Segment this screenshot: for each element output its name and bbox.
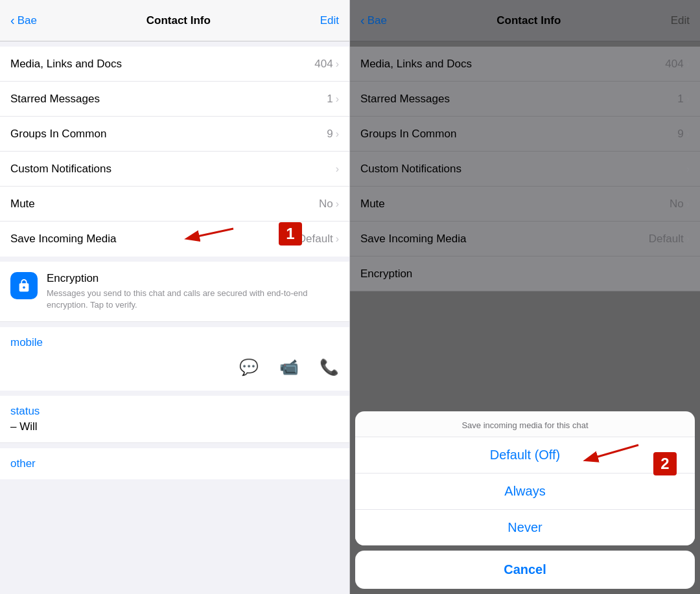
custom-notifications-chevron: ›: [336, 163, 339, 175]
groups-in-common-label: Groups In Common: [10, 128, 106, 141]
mute-value: No: [319, 198, 333, 211]
left-nav-bar: ‹ Bae Contact Info Edit: [0, 0, 349, 41]
mute-item[interactable]: Mute No ›: [0, 187, 349, 222]
media-links-docs-label: Media, Links and Docs: [10, 58, 122, 71]
encryption-text: Encryption Messages you send to this cha…: [47, 272, 339, 311]
left-edit-button[interactable]: Edit: [320, 14, 339, 27]
media-links-docs-item[interactable]: Media, Links and Docs 404 ›: [0, 47, 349, 82]
save-incoming-media-value: Default: [298, 233, 333, 246]
left-nav-title: Contact Info: [146, 14, 211, 27]
groups-in-common-item[interactable]: Groups In Common 9 ›: [0, 117, 349, 152]
left-status-section: status – Will: [0, 396, 349, 443]
lock-icon: [10, 272, 38, 299]
mute-chevron: ›: [336, 198, 339, 210]
save-incoming-media-label: Save Incoming Media: [10, 233, 116, 246]
status-label[interactable]: status: [10, 405, 339, 418]
groups-in-common-right: 9 ›: [327, 128, 339, 141]
groups-in-common-chevron: ›: [336, 128, 339, 140]
annotation-badge-2: 2: [653, 452, 677, 475]
contact-type-label[interactable]: mobile: [10, 336, 339, 349]
starred-messages-item[interactable]: Starred Messages 1 ›: [0, 82, 349, 117]
starred-messages-chevron: ›: [336, 93, 339, 105]
phone-icon[interactable]: 📞: [320, 358, 339, 376]
status-value: – Will: [10, 420, 339, 433]
encryption-section[interactable]: Encryption Messages you send to this cha…: [0, 262, 349, 322]
save-incoming-media-right: Default ›: [298, 233, 339, 246]
media-links-docs-chevron: ›: [336, 58, 339, 70]
action-sheet: Save incoming media for this chat Defaul…: [355, 411, 695, 545]
left-other-section: other: [0, 448, 349, 479]
media-links-docs-right: 404 ›: [314, 58, 339, 71]
action-sheet-default-option[interactable]: Default (Off): [355, 437, 695, 474]
left-back-label[interactable]: Bae: [18, 14, 37, 27]
mute-right: No ›: [319, 198, 339, 211]
action-sheet-always-option[interactable]: Always: [355, 474, 695, 510]
groups-in-common-value: 9: [327, 128, 332, 141]
mute-label: Mute: [10, 198, 35, 211]
action-sheet-never-option[interactable]: Never: [355, 510, 695, 545]
encryption-body: Messages you send to this chat and calls…: [47, 288, 339, 311]
starred-messages-label: Starred Messages: [10, 93, 100, 106]
message-icon[interactable]: 💬: [239, 358, 259, 376]
action-sheet-cancel-button[interactable]: Cancel: [355, 551, 695, 589]
annotation-badge-1: 1: [279, 222, 302, 246]
contact-actions: 💬 📹 📞: [10, 353, 339, 382]
left-contact-section: mobile 💬 📹 📞: [0, 327, 349, 391]
starred-messages-right: 1 ›: [327, 93, 339, 106]
starred-messages-value: 1: [327, 93, 332, 106]
left-chevron-icon: ‹: [10, 13, 15, 28]
save-incoming-media-chevron: ›: [336, 233, 339, 245]
video-icon[interactable]: 📹: [279, 358, 299, 376]
custom-notifications-label: Custom Notifications: [10, 163, 111, 176]
left-back-button[interactable]: ‹ Bae: [10, 13, 37, 28]
custom-notifications-item[interactable]: Custom Notifications ›: [0, 152, 349, 187]
custom-notifications-right: ›: [336, 163, 339, 175]
action-sheet-overlay: Save incoming media for this chat Defaul…: [350, 0, 700, 594]
encryption-title: Encryption: [47, 272, 339, 285]
other-label[interactable]: other: [10, 457, 339, 470]
media-links-docs-value: 404: [314, 58, 332, 71]
action-sheet-title: Save incoming media for this chat: [355, 411, 695, 437]
